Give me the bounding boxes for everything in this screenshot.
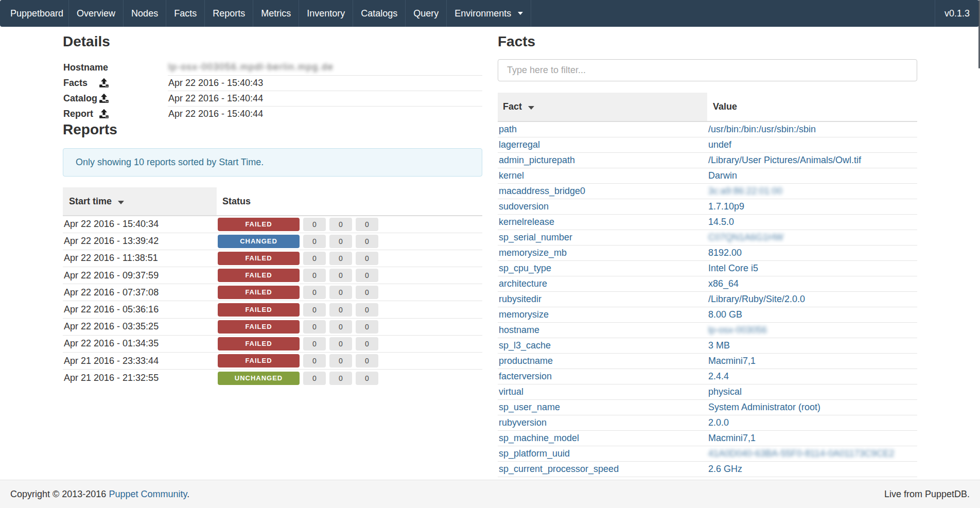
report-status-badge[interactable]: CHANGED: [218, 235, 300, 248]
report-count-box: 0: [303, 286, 326, 299]
fact-name-link[interactable]: sudoversion: [499, 201, 549, 212]
nav-item-metrics[interactable]: Metrics: [253, 0, 299, 27]
report-status-badge[interactable]: FAILED: [218, 303, 300, 317]
fact-row: rubyversion 2.0.0: [498, 415, 917, 430]
fact-name-link[interactable]: lagerregal: [499, 139, 540, 150]
fact-value-link[interactable]: /usr/bin:/bin:/usr/sbin:/sbin: [708, 124, 816, 134]
fact-value-link[interactable]: Macmini7,1: [708, 433, 756, 443]
fact-value-link[interactable]: C07QN1A6G1HW: [708, 232, 783, 242]
details-row-label-cell: Report: [63, 106, 168, 121]
nav-environments-label: Environments: [454, 8, 511, 19]
fact-name-link[interactable]: kernel: [499, 170, 524, 181]
fact-value-link[interactable]: lp-osx-003056: [708, 325, 767, 335]
nav-item-nodes[interactable]: Nodes: [124, 0, 166, 27]
fact-name-link[interactable]: rubysitedir: [499, 294, 541, 304]
navbar-brand[interactable]: Puppetboard: [0, 0, 69, 27]
nav-item-facts[interactable]: Facts: [166, 0, 205, 27]
fact-value-link[interactable]: 2.4.4: [708, 371, 729, 381]
fact-value-link[interactable]: System Administrator (root): [708, 402, 820, 412]
fact-name-link[interactable]: kernelrelease: [499, 217, 554, 227]
fact-value-link[interactable]: /Library/Ruby/Site/2.0.0: [708, 294, 805, 304]
fact-name-link[interactable]: facterversion: [499, 371, 552, 381]
details-row-value: Apr 22 2016 - 15:40:44: [168, 93, 263, 103]
fact-value-link[interactable]: physical: [708, 387, 742, 397]
fact-name-link[interactable]: sp_platform_uuid: [499, 448, 570, 459]
fact-name-link[interactable]: memorysize_mb: [499, 248, 567, 258]
report-count-box: 0: [329, 252, 352, 265]
fact-value-link[interactable]: 2.6 GHz: [708, 464, 742, 474]
fact-value-cell: x86_64: [707, 276, 917, 291]
fact-value-link[interactable]: undef: [708, 139, 731, 150]
fact-name-link[interactable]: sp_user_name: [499, 402, 560, 412]
report-status-badge[interactable]: FAILED: [218, 218, 300, 231]
fact-value-link[interactable]: 3 MB: [708, 340, 730, 351]
report-status-cell: FAILED 0 0 0: [217, 267, 482, 284]
upload-link[interactable]: [99, 94, 109, 103]
footer-puppet-community-link[interactable]: Puppet Community: [109, 489, 187, 499]
report-status-badge[interactable]: FAILED: [218, 337, 300, 351]
fact-name-link[interactable]: sp_serial_number: [499, 232, 572, 242]
fact-name-link[interactable]: sp_l3_cache: [499, 340, 551, 351]
fact-value-cell: 41A0D040-63BA-55F0-8114-0A01173C9CE2: [707, 446, 917, 461]
fact-name-link[interactable]: rubyversion: [499, 417, 547, 428]
fact-name-link[interactable]: sp_cpu_type: [499, 263, 551, 273]
footer-copyright: Copyright © 2013-2016 Puppet Community.: [10, 489, 189, 500]
fact-name-link[interactable]: macaddress_bridge0: [499, 186, 585, 196]
nav-item-catalogs[interactable]: Catalogs: [353, 0, 406, 27]
fact-name-link[interactable]: hostname: [499, 325, 539, 335]
report-status-badge[interactable]: UNCHANGED: [218, 372, 300, 385]
fact-value-link[interactable]: 2.0.0: [708, 417, 729, 428]
fact-value-link[interactable]: Darwin: [708, 170, 737, 181]
reports-column-start-time[interactable]: Start time: [63, 187, 217, 216]
fact-value-link[interactable]: 1.7.10p9: [708, 201, 744, 212]
nav-item-overview[interactable]: Overview: [69, 0, 124, 27]
fact-value-link[interactable]: Intel Core i5: [708, 263, 758, 273]
fact-value-link[interactable]: Macmini7,1: [708, 356, 756, 366]
fact-name-link[interactable]: sp_machine_model: [499, 433, 579, 443]
fact-value-link[interactable]: 3c:a9:86:22:01:00: [708, 186, 782, 196]
report-count-box: 0: [356, 354, 378, 367]
fact-value-link[interactable]: /Library/User Pictures/Animals/Owl.tif: [708, 155, 861, 165]
fact-row: sp_machine_model Macmini7,1: [498, 430, 917, 446]
fact-value-link[interactable]: 41A0D040-63BA-55F0-8114-0A01173C9CE2: [708, 448, 895, 459]
fact-value-cell: System Administrator (root): [707, 399, 917, 415]
report-status-badge[interactable]: FAILED: [218, 354, 300, 367]
fact-name-link[interactable]: virtual: [499, 387, 523, 397]
fact-row: rubysitedir /Library/Ruby/Site/2.0.0: [498, 291, 917, 307]
facts-column-value[interactable]: Value: [707, 93, 917, 121]
fact-name-link[interactable]: architecture: [499, 278, 547, 289]
report-status-badge[interactable]: FAILED: [218, 320, 300, 334]
fact-name-link[interactable]: path: [499, 124, 517, 134]
nav-item-reports[interactable]: Reports: [205, 0, 253, 27]
fact-value-cell: physical: [707, 384, 917, 399]
facts-filter-input[interactable]: [498, 59, 917, 81]
fact-name-link[interactable]: memorysize: [499, 309, 549, 320]
fact-value-cell: 2.6 GHz: [707, 461, 917, 477]
fact-name-link[interactable]: admin_picturepath: [499, 155, 575, 165]
reports-alert: Only showing 10 reports sorted by Start …: [63, 148, 482, 177]
fact-name-cell: architecture: [498, 276, 707, 291]
nav-item-inventory[interactable]: Inventory: [299, 0, 353, 27]
nav-item-environments[interactable]: Environments: [447, 0, 531, 27]
report-start-time: Apr 22 2016 - 01:34:35: [63, 335, 217, 352]
nav-item-query[interactable]: Query: [406, 0, 447, 27]
fact-value-link[interactable]: 14.5.0: [708, 217, 734, 227]
report-status-badge[interactable]: FAILED: [218, 269, 300, 282]
footer: Copyright © 2013-2016 Puppet Community. …: [0, 480, 980, 508]
reports-column-status[interactable]: Status: [217, 187, 482, 216]
report-count-box: 0: [303, 303, 326, 317]
fact-name-link[interactable]: sp_current_processor_speed: [499, 464, 619, 474]
upload-link[interactable]: [99, 109, 109, 119]
fact-value-link[interactable]: x86_64: [708, 278, 739, 289]
reports-table: Start time Status Apr 22 2016 - 15:40:34…: [63, 187, 482, 387]
details-row: Report Apr 22 2016 - 15:40:44: [63, 106, 482, 121]
fact-value-link[interactable]: 8192.00: [708, 248, 742, 258]
upload-link[interactable]: [99, 78, 109, 88]
report-start-time: Apr 21 2016 - 23:33:44: [63, 353, 217, 370]
fact-value-link[interactable]: 8.00 GB: [708, 309, 742, 320]
report-status-badge[interactable]: FAILED: [218, 286, 300, 299]
facts-column-fact[interactable]: Fact: [498, 93, 707, 121]
fact-name-link[interactable]: productname: [499, 356, 553, 366]
fact-value-cell: 14.5.0: [707, 214, 917, 230]
report-status-badge[interactable]: FAILED: [218, 252, 300, 265]
